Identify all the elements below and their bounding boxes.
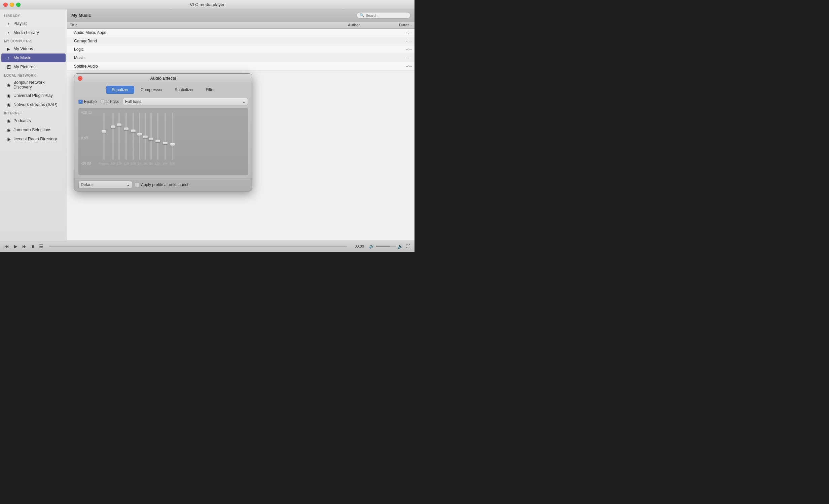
sidebar-item-my-music[interactable]: ♪ My Music: [1, 53, 66, 62]
table-row[interactable]: GarageBand --:--: [67, 37, 414, 45]
upnp-icon: ◉: [5, 93, 11, 99]
eq-thumb-310[interactable]: [124, 128, 129, 130]
row-duration: --:--: [388, 56, 412, 60]
table-row[interactable]: Spitfire Audio --:--: [67, 62, 414, 71]
sidebar-item-bonjour[interactable]: ◉ Bonjour Network Discovery: [1, 79, 66, 91]
sidebar-item-my-pictures[interactable]: 🖼 My Pictures: [1, 63, 66, 71]
fast-forward-button[interactable]: ⏭: [21, 243, 29, 250]
eq-slider-60: 60: [111, 113, 115, 165]
sidebar-item-upnp[interactable]: ◉ Universal Plug'n'Play: [1, 91, 66, 100]
enable-checkbox[interactable]: ✓: [78, 100, 83, 104]
tab-filter[interactable]: Filter: [200, 86, 220, 94]
tab-compressor[interactable]: Compressor: [135, 86, 168, 94]
eq-track-170[interactable]: [118, 113, 120, 160]
eq-thumb-1k[interactable]: [137, 133, 142, 136]
traffic-lights[interactable]: [3, 2, 21, 7]
col-duration-header: Durat...: [388, 23, 412, 27]
stop-button[interactable]: ■: [30, 243, 36, 250]
apply-profile-checkbox[interactable]: [135, 183, 139, 187]
enable-checkbox-label[interactable]: ✓ Enable: [78, 99, 97, 104]
table-row[interactable]: Music --:--: [67, 54, 414, 62]
maximize-button[interactable]: [16, 2, 21, 7]
my-videos-icon: ▶: [5, 46, 11, 52]
eq-slider-16k: 16K: [170, 113, 175, 165]
eq-thumb-6k[interactable]: [149, 138, 153, 140]
eq-thumb-12k[interactable]: [155, 140, 160, 142]
eq-track-1k[interactable]: [139, 113, 140, 160]
eq-track-12k[interactable]: [157, 113, 158, 160]
eq-thumb-preamp[interactable]: [102, 130, 106, 133]
eq-track-310[interactable]: [125, 113, 127, 160]
audio-effects-dialog[interactable]: × Audio Effects Equalizer Compressor Spa…: [74, 73, 252, 191]
sidebar-item-my-pictures-label: My Pictures: [13, 65, 35, 69]
eq-preset-select[interactable]: Full bass ⌄: [123, 98, 248, 105]
sidebar-item-media-library[interactable]: ♪ Media Library: [1, 28, 66, 37]
dialog-bottom: Default ⌄ Apply profile at next launch: [74, 178, 252, 191]
row-title: GarageBand: [70, 39, 348, 43]
eq-preset-value: Full bass: [125, 99, 141, 104]
jamendo-icon: ◉: [5, 127, 11, 133]
eq-thumb-14k[interactable]: [163, 142, 168, 144]
sidebar-item-upnp-label: Universal Plug'n'Play: [13, 93, 53, 98]
eq-freq-600: 600: [131, 162, 136, 165]
table-row[interactable]: Logic --:--: [67, 45, 414, 54]
fullscreen-button[interactable]: ⛶: [404, 243, 412, 249]
eq-thumb-60[interactable]: [111, 125, 115, 128]
sidebar-item-podcasts[interactable]: ◉ Podcasts: [1, 116, 66, 125]
eq-slider-1k: 1K: [138, 113, 142, 165]
eq-thumb-600[interactable]: [131, 130, 136, 132]
chevron-icon: ⌄: [242, 99, 246, 104]
row-title: Audio Music Apps: [70, 30, 348, 35]
eq-track-14k[interactable]: [165, 113, 166, 160]
sidebar-item-playlist[interactable]: ♪ Playlist: [1, 19, 66, 28]
sidebar-item-sap[interactable]: ◉ Network streams (SAP): [1, 100, 66, 109]
tab-equalizer[interactable]: Equalizer: [106, 86, 134, 94]
eq-freq-170: 170: [117, 162, 122, 165]
podcasts-icon: ◉: [5, 118, 11, 124]
dialog-close-button[interactable]: ×: [78, 76, 82, 81]
search-box[interactable]: 🔍: [357, 12, 410, 19]
content-header: My Music 🔍: [67, 9, 414, 22]
eq-track-600[interactable]: [133, 113, 134, 160]
playlist-button[interactable]: ☰: [37, 243, 45, 250]
sidebar-library-header: LIBRARY: [0, 12, 67, 19]
media-library-icon: ♪: [5, 30, 11, 36]
eq-thumb-170[interactable]: [117, 123, 121, 126]
dialog-title: Audio Effects: [150, 76, 176, 81]
close-button[interactable]: [3, 2, 8, 7]
eq-profile-value: Default: [81, 182, 94, 187]
eq-thumb-3k[interactable]: [143, 136, 148, 138]
my-music-icon: ♪: [5, 55, 11, 61]
sidebar: LIBRARY ♪ Playlist ♪ Media Library MY CO…: [0, 9, 67, 240]
tab-spatializer[interactable]: Spatializer: [169, 86, 199, 94]
progress-bar[interactable]: [49, 246, 347, 247]
eq-track-3k[interactable]: [145, 113, 146, 160]
sidebar-item-jamendo[interactable]: ◉ Jamendo Selections: [1, 125, 66, 134]
row-title: Music: [70, 56, 348, 60]
icecast-icon: ◉: [5, 136, 11, 142]
two-pass-checkbox-label[interactable]: 2 Pass: [101, 99, 119, 104]
eq-track-16k[interactable]: [172, 113, 173, 160]
volume-slider[interactable]: [376, 246, 396, 247]
eq-thumb-16k[interactable]: [170, 143, 175, 146]
eq-slider-310: 310: [124, 113, 129, 165]
sidebar-item-my-videos[interactable]: ▶ My Videos: [1, 44, 66, 53]
table-header: Title Author Durat...: [67, 22, 414, 29]
play-button[interactable]: ▶: [12, 243, 19, 250]
eq-track-6k[interactable]: [150, 113, 152, 160]
eq-track-60[interactable]: [112, 113, 114, 160]
sidebar-item-icecast[interactable]: ◉ Icecast Radio Directory: [1, 135, 66, 143]
minimize-button[interactable]: [10, 2, 14, 7]
row-duration: --:--: [388, 30, 412, 35]
eq-freq-16k: 16K: [170, 162, 175, 165]
eq-slider-12k: 12K: [155, 113, 160, 165]
col-author-header: Author: [348, 23, 388, 27]
eq-track-preamp[interactable]: [103, 113, 105, 160]
two-pass-checkbox[interactable]: [101, 100, 105, 104]
volume-area: 🔊 🔊: [369, 244, 403, 249]
eq-profile-select[interactable]: Default ⌄: [78, 181, 132, 188]
table-row[interactable]: Audio Music Apps --:--: [67, 29, 414, 37]
search-input[interactable]: [366, 13, 407, 17]
rewind-button[interactable]: ⏮: [3, 243, 11, 250]
apply-profile-label[interactable]: Apply profile at next launch: [135, 182, 189, 187]
